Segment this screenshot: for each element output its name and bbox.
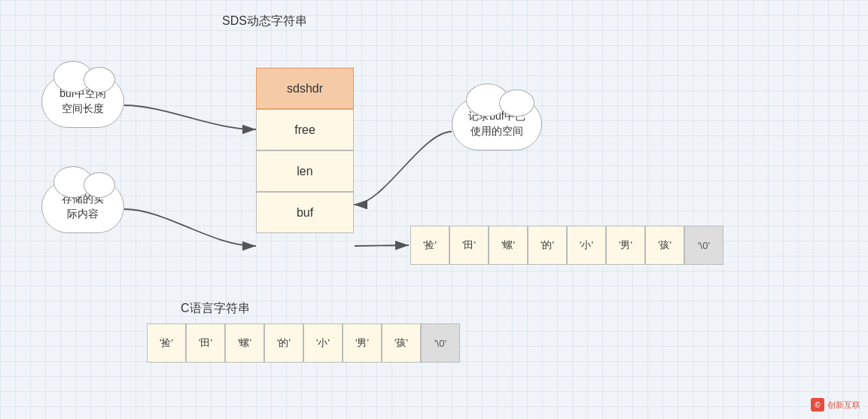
char-cell-1: '捡' (410, 226, 449, 265)
char-cell-b4: '的' (264, 323, 303, 363)
char-cell-null: '\0' (684, 226, 723, 265)
char-array-bottom: '捡' '田' '螺' '的' '小' '男' '孩' '\0' (147, 323, 460, 363)
cell-sdshdr: sdshdr (256, 68, 354, 109)
cloud-content: 存储的实际内容 (41, 181, 124, 233)
watermark: © 创新互联 (811, 398, 860, 411)
cloud-used-space: 记录buf中已使用的空间 (452, 98, 542, 150)
char-cell-b3: '螺' (225, 323, 264, 363)
char-cell-b7: '孩' (382, 323, 421, 363)
char-cell-b-null: '\0' (421, 323, 460, 363)
char-cell-b2: '田' (186, 323, 225, 363)
cloud-used-space-label: 记录buf中已使用的空间 (468, 109, 525, 138)
cloud-free-space-label: buf中空闲空间长度 (59, 87, 105, 116)
char-cell-2: '田' (449, 226, 489, 265)
char-cell-6: '男' (606, 226, 645, 265)
char-cell-5: '小' (567, 226, 606, 265)
char-cell-b6: '男' (343, 323, 382, 363)
char-cell-3: '螺' (489, 226, 528, 265)
char-cell-b5: '小' (303, 323, 343, 363)
char-cell-4: '的' (528, 226, 567, 265)
c-string-title: C语言字符串 (181, 301, 250, 317)
cloud-free-space: buf中空闲空间长度 (41, 75, 124, 128)
struct-box: sdshdr free len buf (256, 68, 354, 233)
sds-title: SDS动态字符串 (222, 14, 307, 29)
char-array-top: '捡' '田' '螺' '的' '小' '男' '孩' '\0' (410, 226, 723, 265)
watermark-text: 创新互联 (827, 399, 860, 411)
cloud-content-label: 存储的实际内容 (62, 192, 104, 221)
char-cell-b1: '捡' (147, 323, 186, 363)
cell-buf: buf (256, 192, 354, 233)
svg-line-1 (355, 245, 409, 246)
cell-free: free (256, 109, 354, 150)
cell-len: len (256, 150, 354, 192)
char-cell-7: '孩' (645, 226, 684, 265)
watermark-logo: © (811, 398, 824, 411)
